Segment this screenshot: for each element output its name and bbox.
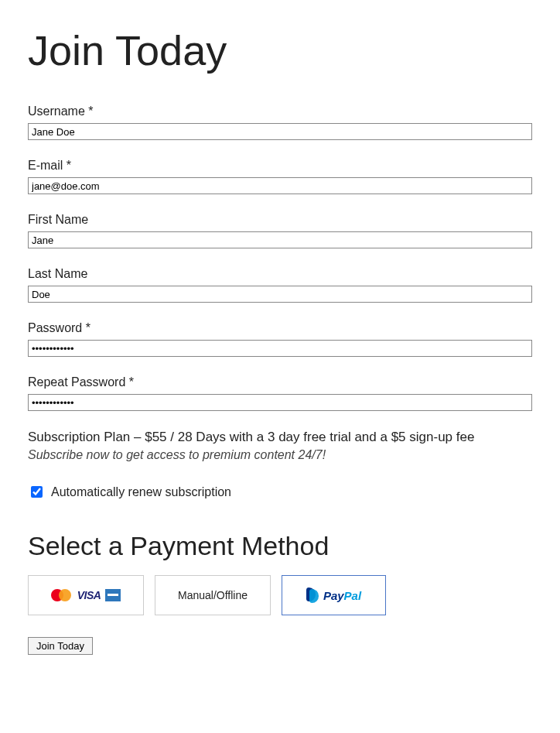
auto-renew-label: Automatically renew subscription xyxy=(51,485,231,499)
last-name-label: Last Name xyxy=(28,267,532,281)
manual-offline-label: Manual/Offline xyxy=(178,589,248,601)
first-name-label: First Name xyxy=(28,213,532,227)
payment-option-paypal[interactable]: PayPal xyxy=(282,575,386,615)
auto-renew-checkbox[interactable] xyxy=(31,486,43,498)
repeat-password-input[interactable] xyxy=(28,394,532,411)
auto-renew-row: Automatically renew subscription xyxy=(28,484,532,500)
first-name-field-wrapper: First Name xyxy=(28,213,532,248)
username-label: Username * xyxy=(28,104,532,118)
username-input[interactable] xyxy=(28,123,532,140)
payment-methods: VISA Manual/Offline PayPal xyxy=(28,575,532,615)
page-title: Join Today xyxy=(28,28,532,74)
last-name-field-wrapper: Last Name xyxy=(28,267,532,303)
password-input[interactable] xyxy=(28,340,532,357)
payment-section-title: Select a Payment Method xyxy=(28,531,532,561)
email-input[interactable] xyxy=(28,177,532,194)
password-field-wrapper: Password * xyxy=(28,321,532,357)
repeat-password-field-wrapper: Repeat Password * xyxy=(28,375,532,411)
visa-icon: VISA xyxy=(77,589,101,601)
last-name-input[interactable] xyxy=(28,286,532,303)
subscription-plan-subtitle: Subscribe now to get access to premium c… xyxy=(28,448,532,462)
first-name-input[interactable] xyxy=(28,231,532,248)
payment-option-cards[interactable]: VISA xyxy=(28,575,144,615)
payment-option-manual[interactable]: Manual/Offline xyxy=(155,575,271,615)
subscription-plan-text: Subscription Plan – $55 / 28 Days with a… xyxy=(28,430,532,445)
email-field-wrapper: E-mail * xyxy=(28,159,532,194)
paypal-icon xyxy=(306,587,320,603)
username-field-wrapper: Username * xyxy=(28,104,532,140)
password-label: Password * xyxy=(28,321,532,335)
email-label: E-mail * xyxy=(28,159,532,173)
amex-icon xyxy=(105,589,121,601)
repeat-password-label: Repeat Password * xyxy=(28,375,532,389)
join-today-button[interactable]: Join Today xyxy=(28,637,93,655)
mastercard-icon xyxy=(51,588,73,602)
paypal-label: PayPal xyxy=(323,589,361,602)
